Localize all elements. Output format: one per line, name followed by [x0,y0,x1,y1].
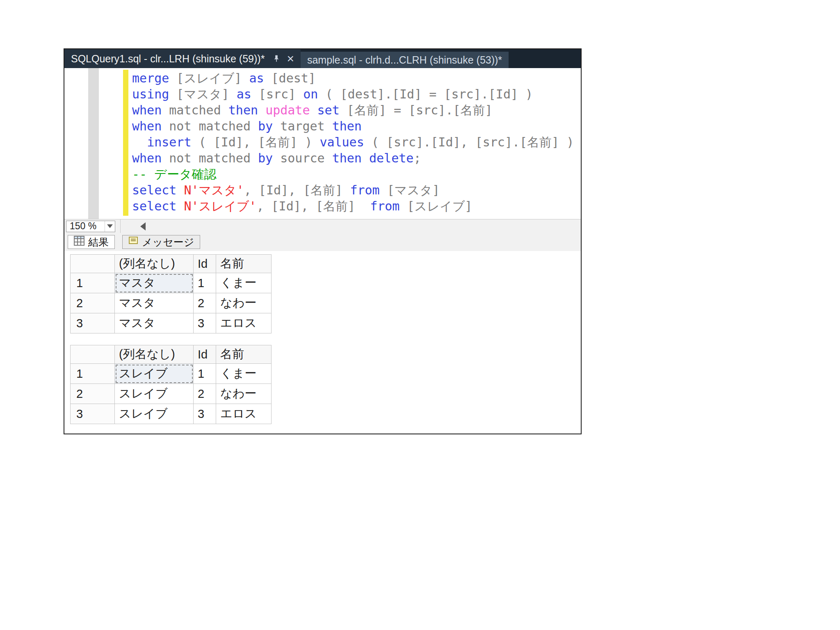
zoom-level-combo[interactable]: 150 % [66,221,115,232]
row-number[interactable]: 2 [71,293,115,313]
grid-cell[interactable]: 3 [194,313,216,333]
results-grid: (列名なし)Id名前1マスタ1くまー2マスタ2なわー3マスタ3エロス [70,254,272,333]
document-tab-bar: SQLQuery1.sql - clr...LRH (shinsuke (59)… [64,49,581,68]
grid-row: 2スレイブ2なわー [71,384,272,404]
grid-row: 1スレイブ1くまー [71,364,272,384]
code-line: select N'スレイブ', [Id], [名前] from [スレイブ] [132,198,574,214]
grid-cell[interactable]: 2 [194,293,216,313]
ssms-window: SQLQuery1.sql - clr...LRH (shinsuke (59)… [64,48,582,434]
messages-icon [128,236,138,248]
results-tab-strip: 結果 メッセージ [64,233,581,251]
code-line: when not matched by target then [132,118,574,134]
tab-messages[interactable]: メッセージ [122,235,200,249]
grid-cell[interactable]: エロス [216,404,272,424]
row-number[interactable]: 2 [71,384,115,404]
results-area: (列名なし)Id名前1マスタ1くまー2マスタ2なわー3マスタ3エロス(列名なし)… [64,251,581,434]
tab-title: sample.sql - clrh.d...CLRH (shinsuke (53… [307,54,502,66]
grid-cell[interactable]: スレイブ [115,364,194,384]
editor-indicator-margin [88,68,99,219]
code-line: using [マスタ] as [src] on ( [dest].[Id] = … [132,86,574,102]
grid-row: 1マスタ1くまー [71,273,272,293]
column-header[interactable]: (列名なし) [115,345,194,364]
code-line: merge [スレイブ] as [dest] [132,70,574,86]
grid-cell[interactable]: なわー [216,293,272,313]
scroll-left-arrow-icon[interactable] [140,222,146,231]
results-tab-label: 結果 [88,235,109,249]
grid-cell[interactable]: 1 [194,273,216,293]
sql-editor[interactable]: merge [スレイブ] as [dest]using [マスタ] as [sr… [64,68,581,219]
grid-corner[interactable] [71,255,115,273]
column-header[interactable]: 名前 [216,255,272,273]
row-number[interactable]: 3 [71,313,115,333]
horizontal-scrollbar[interactable] [120,219,581,233]
grid-cell[interactable]: マスタ [115,273,194,293]
grid-corner[interactable] [71,345,115,364]
messages-tab-label: メッセージ [142,235,194,249]
grid-cell[interactable]: マスタ [115,293,194,313]
column-header[interactable]: (列名なし) [115,255,194,273]
code-line: when not matched by source then delete; [132,150,574,166]
close-icon[interactable]: × [287,52,294,65]
code-line: insert ( [Id], [名前] ) values ( [src].[Id… [132,134,574,150]
zoom-dropdown-arrow-icon[interactable] [105,221,115,232]
code-line: select N'マスタ', [Id], [名前] from [マスタ] [132,182,574,198]
grid-row: 3マスタ3エロス [71,313,272,333]
grid-cell[interactable]: くまー [216,273,272,293]
grid-cell[interactable]: スレイブ [115,404,194,424]
grid-cell[interactable]: スレイブ [115,384,194,404]
editor-bottom-bar: 150 % [64,219,581,233]
tab-sqlquery1[interactable]: SQLQuery1.sql - clr...LRH (shinsuke (59)… [64,49,301,68]
tab-sample[interactable]: sample.sql - clrh.d...CLRH (shinsuke (53… [301,52,509,68]
row-number[interactable]: 1 [71,364,115,384]
code-line: when matched then update set [名前] = [src… [132,102,574,118]
column-header[interactable]: Id [194,345,216,364]
results-grid-icon [74,236,84,248]
zoom-value: 150 % [66,221,105,232]
tab-results[interactable]: 結果 [68,235,115,249]
grid-cell[interactable]: エロス [216,313,272,333]
change-tracking-bar [123,70,128,216]
grid-row: 2マスタ2なわー [71,293,272,313]
results-grid: (列名なし)Id名前1スレイブ1くまー2スレイブ2なわー3スレイブ3エロス [70,345,272,424]
grid-row: 3スレイブ3エロス [71,404,272,424]
grid-cell[interactable]: 3 [194,404,216,424]
code-line: -- データ確認 [132,166,574,182]
tab-title: SQLQuery1.sql - clr...LRH (shinsuke (59)… [71,53,265,65]
grid-cell[interactable]: くまー [216,364,272,384]
pin-icon[interactable] [272,54,281,63]
row-number[interactable]: 3 [71,404,115,424]
grid-cell[interactable]: なわー [216,384,272,404]
grid-cell[interactable]: 1 [194,364,216,384]
grid-cell[interactable]: 2 [194,384,216,404]
row-number[interactable]: 1 [71,273,115,293]
code-lines: merge [スレイブ] as [dest]using [マスタ] as [sr… [132,70,574,214]
grid-cell[interactable]: マスタ [115,313,194,333]
column-header[interactable]: Id [194,255,216,273]
column-header[interactable]: 名前 [216,345,272,364]
